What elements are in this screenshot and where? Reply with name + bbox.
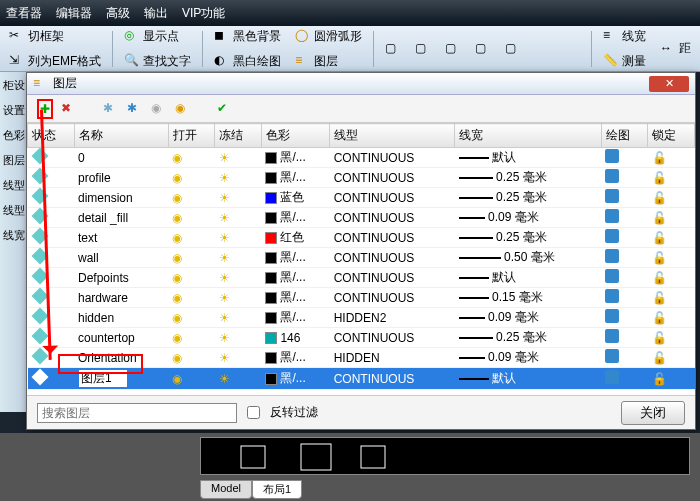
freeze-cell[interactable]: ☀ bbox=[215, 268, 262, 288]
freeze-cell[interactable]: ☀ bbox=[215, 228, 262, 248]
lock-cell[interactable]: 🔓 bbox=[648, 248, 695, 268]
tool-c[interactable]: ▢ bbox=[440, 38, 466, 60]
bulb-on-icon[interactable]: ◉ bbox=[175, 101, 191, 117]
linetype-cell[interactable]: CONTINUOUS bbox=[330, 248, 455, 268]
lock-cell[interactable]: 🔓 bbox=[648, 188, 695, 208]
layer-row[interactable]: profile◉☀ 黑/...CONTINUOUS 0.25 毫米🔓 bbox=[28, 168, 695, 188]
freeze-icon[interactable]: ✱ bbox=[103, 101, 119, 117]
color-cell[interactable]: 蓝色 bbox=[261, 188, 330, 208]
lock-cell[interactable]: 🔓 bbox=[648, 168, 695, 188]
open-cell[interactable]: ◉ bbox=[168, 368, 215, 390]
color-cell[interactable]: 黑/... bbox=[261, 288, 330, 308]
plot-cell[interactable] bbox=[601, 168, 648, 188]
btn-dist[interactable]: ↔距 bbox=[655, 37, 696, 60]
name-cell[interactable]: dimension bbox=[74, 188, 168, 208]
layer-row[interactable]: Orientation◉☀ 黑/...HIDDEN 0.09 毫米🔓 bbox=[28, 348, 695, 368]
layer-row[interactable]: wall◉☀ 黑/...CONTINUOUS 0.50 毫米🔓 bbox=[28, 248, 695, 268]
color-cell[interactable]: 黑/... bbox=[261, 248, 330, 268]
freeze-cell[interactable]: ☀ bbox=[215, 248, 262, 268]
canvas[interactable] bbox=[200, 437, 690, 475]
tool-b[interactable]: ▢ bbox=[410, 38, 436, 60]
menu-editor[interactable]: 编辑器 bbox=[56, 5, 92, 22]
color-cell[interactable]: 黑/... bbox=[261, 368, 330, 390]
col-header[interactable]: 冻结 bbox=[215, 124, 262, 148]
lineweight-cell[interactable]: 0.50 毫米 bbox=[455, 248, 602, 268]
lineweight-cell[interactable]: 0.09 毫米 bbox=[455, 208, 602, 228]
name-cell[interactable]: text bbox=[74, 228, 168, 248]
open-cell[interactable]: ◉ bbox=[168, 188, 215, 208]
btn-smooth-arc[interactable]: ◯圆滑弧形 bbox=[290, 25, 367, 48]
linetype-cell[interactable]: CONTINUOUS bbox=[330, 288, 455, 308]
layer-row[interactable]: 图层1◉☀ 黑/...CONTINUOUS 默认🔓 bbox=[28, 368, 695, 390]
tool-e[interactable]: ▢ bbox=[500, 38, 526, 60]
plot-cell[interactable] bbox=[601, 148, 648, 168]
open-cell[interactable]: ◉ bbox=[168, 288, 215, 308]
btn-show-point[interactable]: ◎显示点 bbox=[119, 25, 196, 48]
lineweight-cell[interactable]: 0.25 毫米 bbox=[455, 228, 602, 248]
btn-bw-draw[interactable]: ◐黑白绘图 bbox=[209, 50, 286, 73]
name-cell[interactable]: detail _fill bbox=[74, 208, 168, 228]
color-cell[interactable]: 黑/... bbox=[261, 348, 330, 368]
lineweight-cell[interactable]: 默认 bbox=[455, 148, 602, 168]
menu-output[interactable]: 输出 bbox=[144, 5, 168, 22]
plot-cell[interactable] bbox=[601, 328, 648, 348]
btn-layer[interactable]: ≡图层 bbox=[290, 50, 367, 73]
linetype-cell[interactable]: CONTINUOUS bbox=[330, 208, 455, 228]
close-icon[interactable]: ✕ bbox=[649, 76, 689, 92]
btn-black-bg[interactable]: ◼黑色背景 bbox=[209, 25, 286, 48]
layer-row[interactable]: detail _fill◉☀ 黑/...CONTINUOUS 0.09 毫米🔓 bbox=[28, 208, 695, 228]
col-header[interactable]: 绘图 bbox=[601, 124, 648, 148]
freeze-cell[interactable]: ☀ bbox=[215, 148, 262, 168]
btn-measure[interactable]: 📏测量 bbox=[598, 50, 651, 73]
lock-cell[interactable]: 🔓 bbox=[648, 368, 695, 390]
col-header[interactable]: 名称 bbox=[74, 124, 168, 148]
lock-cell[interactable]: 🔓 bbox=[648, 228, 695, 248]
lock-cell[interactable]: 🔓 bbox=[648, 328, 695, 348]
freeze-cell[interactable]: ☀ bbox=[215, 348, 262, 368]
check-icon[interactable]: ✔ bbox=[217, 101, 233, 117]
side-item[interactable]: 设置 bbox=[2, 103, 26, 118]
side-item[interactable]: 图层 bbox=[2, 153, 26, 168]
lock-cell[interactable]: 🔓 bbox=[648, 208, 695, 228]
color-cell[interactable]: 红色 bbox=[261, 228, 330, 248]
menu-advanced[interactable]: 高级 bbox=[106, 5, 130, 22]
color-cell[interactable]: 黑/... bbox=[261, 208, 330, 228]
add-layer-icon[interactable]: ✚ bbox=[40, 102, 50, 116]
btn-linewidth[interactable]: ≡线宽 bbox=[598, 25, 651, 48]
col-header[interactable]: 线型 bbox=[330, 124, 455, 148]
open-cell[interactable]: ◉ bbox=[168, 248, 215, 268]
side-item[interactable]: 线型 bbox=[2, 178, 26, 193]
btn-find-text[interactable]: 🔍查找文字 bbox=[119, 50, 196, 73]
invert-checkbox[interactable] bbox=[247, 406, 260, 419]
menu-vip[interactable]: VIP功能 bbox=[182, 5, 225, 22]
lineweight-cell[interactable]: 0.09 毫米 bbox=[455, 308, 602, 328]
linetype-cell[interactable]: HIDDEN bbox=[330, 348, 455, 368]
btn-emf[interactable]: ⇲列为EMF格式 bbox=[4, 50, 106, 73]
name-cell[interactable]: hidden bbox=[74, 308, 168, 328]
name-cell[interactable]: countertop bbox=[74, 328, 168, 348]
open-cell[interactable]: ◉ bbox=[168, 308, 215, 328]
freeze2-icon[interactable]: ✱ bbox=[127, 101, 143, 117]
name-cell[interactable]: Orientation bbox=[74, 348, 168, 368]
col-header[interactable]: 状态 bbox=[28, 124, 75, 148]
freeze-cell[interactable]: ☀ bbox=[215, 188, 262, 208]
layer-row[interactable]: text◉☀ 红色CONTINUOUS 0.25 毫米🔓 bbox=[28, 228, 695, 248]
color-cell[interactable]: 146 bbox=[261, 328, 330, 348]
name-cell[interactable]: 图层1 bbox=[74, 368, 168, 390]
lineweight-cell[interactable]: 0.25 毫米 bbox=[455, 328, 602, 348]
lock-cell[interactable]: 🔓 bbox=[648, 308, 695, 328]
linetype-cell[interactable]: CONTINUOUS bbox=[330, 328, 455, 348]
delete-layer-icon[interactable]: ✖ bbox=[61, 101, 77, 117]
color-cell[interactable]: 黑/... bbox=[261, 308, 330, 328]
col-header[interactable]: 打开 bbox=[168, 124, 215, 148]
side-item[interactable]: 线宽 bbox=[2, 228, 26, 243]
freeze-cell[interactable]: ☀ bbox=[215, 288, 262, 308]
lock-cell[interactable]: 🔓 bbox=[648, 268, 695, 288]
lineweight-cell[interactable]: 默认 bbox=[455, 268, 602, 288]
tool-a[interactable]: ▢ bbox=[380, 38, 406, 60]
linetype-cell[interactable]: CONTINUOUS bbox=[330, 148, 455, 168]
lineweight-cell[interactable]: 默认 bbox=[455, 368, 602, 390]
linetype-cell[interactable]: CONTINUOUS bbox=[330, 188, 455, 208]
freeze-cell[interactable]: ☀ bbox=[215, 168, 262, 188]
plot-cell[interactable] bbox=[601, 228, 648, 248]
